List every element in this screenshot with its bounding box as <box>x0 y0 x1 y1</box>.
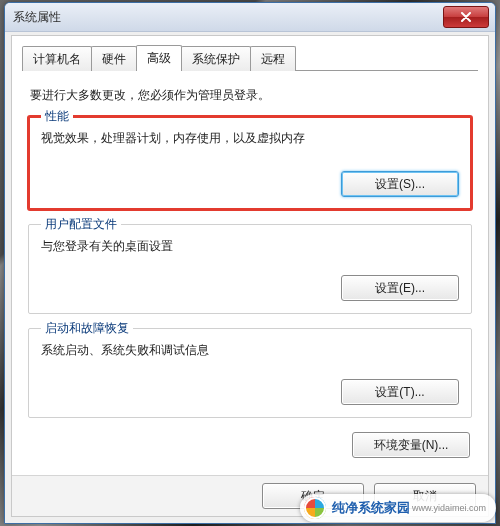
window-title: 系统属性 <box>5 9 61 26</box>
startup-recovery-settings-button[interactable]: 设置(T)... <box>341 379 459 405</box>
user-profiles-group: 用户配置文件 与您登录有关的桌面设置 设置(E)... <box>28 224 472 314</box>
startup-recovery-desc: 系统启动、系统失败和调试信息 <box>41 342 459 359</box>
startup-recovery-group: 启动和故障恢复 系统启动、系统失败和调试信息 设置(T)... <box>28 328 472 418</box>
tab-system-protection[interactable]: 系统保护 <box>181 46 251 71</box>
performance-title: 性能 <box>41 108 73 125</box>
close-button[interactable] <box>443 6 489 28</box>
client-area: 计算机名 硬件 高级 系统保护 远程 要进行大多数更改，您必须作为管理员登录。 … <box>11 35 489 517</box>
performance-desc: 视觉效果，处理器计划，内存使用，以及虚拟内存 <box>41 130 459 147</box>
system-properties-window: 系统属性 计算机名 硬件 高级 系统保护 远程 要进行大多数更改，您必须作为管理… <box>4 2 496 524</box>
environment-variables-button[interactable]: 环境变量(N)... <box>352 432 470 458</box>
user-profiles-title: 用户配置文件 <box>41 216 121 233</box>
tab-hardware[interactable]: 硬件 <box>91 46 137 71</box>
startup-recovery-title: 启动和故障恢复 <box>41 320 133 337</box>
admin-notice: 要进行大多数更改，您必须作为管理员登录。 <box>30 87 470 104</box>
performance-settings-button[interactable]: 设置(S)... <box>341 171 459 197</box>
user-profiles-desc: 与您登录有关的桌面设置 <box>41 238 459 255</box>
watermark-logo-icon <box>304 497 326 519</box>
watermark-url: www.yidaimei.com <box>412 503 486 513</box>
titlebar: 系统属性 <box>5 3 495 32</box>
tab-advanced[interactable]: 高级 <box>136 45 182 71</box>
user-profiles-settings-button[interactable]: 设置(E)... <box>341 275 459 301</box>
watermark-badge: 纯净系统家园 www.yidaimei.com <box>300 494 496 522</box>
tab-computer-name[interactable]: 计算机名 <box>22 46 92 71</box>
advanced-page: 要进行大多数更改，您必须作为管理员登录。 性能 视觉效果，处理器计划，内存使用，… <box>12 71 488 458</box>
watermark-brand: 纯净系统家园 <box>332 499 410 517</box>
performance-group: 性能 视觉效果，处理器计划，内存使用，以及虚拟内存 设置(S)... <box>28 116 472 210</box>
tab-remote[interactable]: 远程 <box>250 46 296 71</box>
tab-strip: 计算机名 硬件 高级 系统保护 远程 <box>22 44 488 70</box>
close-icon <box>460 12 472 22</box>
desktop-background: 系统属性 计算机名 硬件 高级 系统保护 远程 要进行大多数更改，您必须作为管理… <box>0 0 500 526</box>
